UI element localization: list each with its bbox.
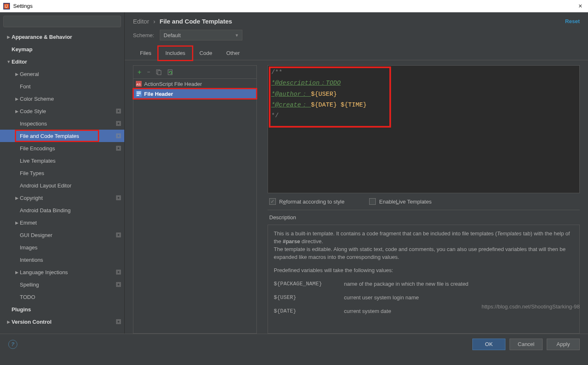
dialog-footer: ? OK Cancel Apply xyxy=(0,334,588,354)
sidebar-item-font[interactable]: Font xyxy=(0,80,124,92)
reformat-checkbox[interactable]: Reformat according to style xyxy=(269,198,344,205)
code-var: ${TIME} xyxy=(341,102,367,109)
tab-other[interactable]: Other xyxy=(219,46,247,60)
svg-rect-20 xyxy=(117,320,120,323)
sidebar-item-general[interactable]: ▶General xyxy=(0,68,124,80)
file-icon xyxy=(136,91,142,97)
apply-button[interactable]: Apply xyxy=(547,339,580,350)
sidebar-item-label: Android Data Binding xyxy=(20,207,121,213)
sidebar-item-label: General xyxy=(20,71,121,77)
chevron-right-icon: ▶ xyxy=(14,220,20,225)
sidebar-item-gui-designer[interactable]: GUI Designer xyxy=(0,229,124,241)
sidebar-item-spelling[interactable]: Spelling xyxy=(0,278,124,291)
variable-row: ${USER}current user system login name xyxy=(274,294,574,302)
include-item[interactable]: ASActionScript File Header xyxy=(133,79,256,89)
ok-button[interactable]: OK xyxy=(472,339,505,350)
refresh-icon[interactable] xyxy=(168,69,173,75)
scheme-value: Default xyxy=(164,32,180,38)
code-var: ${USER} xyxy=(311,91,337,98)
svg-rect-28 xyxy=(137,93,141,94)
sidebar-item-file-types[interactable]: File Types xyxy=(0,167,124,179)
sidebar-item-file-and-code-templates[interactable]: File and Code Templates xyxy=(0,130,124,142)
include-item-label: ActionScript File Header xyxy=(144,81,202,87)
svg-rect-10 xyxy=(117,147,120,149)
sidebar-item-appearance-behavior[interactable]: ▶Appearance & Behavior xyxy=(0,31,124,43)
svg-rect-4 xyxy=(117,110,120,112)
sidebar-item-file-encodings[interactable]: File Encodings xyxy=(0,142,124,154)
sidebar-item-todo[interactable]: TODO xyxy=(0,291,124,303)
svg-rect-22 xyxy=(158,71,161,75)
settings-tree[interactable]: ▶Appearance & BehaviorKeymap▼Editor▶Gene… xyxy=(0,31,124,334)
app-icon: IJ xyxy=(3,3,10,9)
description-heading: Description xyxy=(268,210,580,225)
sidebar-item-images[interactable]: Images xyxy=(0,241,124,254)
cancel-button[interactable]: Cancel xyxy=(510,339,543,350)
scope-icon xyxy=(116,195,121,200)
sidebar-item-copyright[interactable]: ▶Copyright xyxy=(0,192,124,204)
remove-icon[interactable]: − xyxy=(147,69,150,75)
sidebar-item-android-data-binding[interactable]: Android Data Binding xyxy=(0,204,124,216)
code-text: TODO xyxy=(326,80,341,87)
enable-live-templates-checkbox[interactable]: Enable Live Templates xyxy=(369,198,432,205)
sidebar-item-label: Live Templates xyxy=(20,158,121,164)
variable-row: ${PACKAGE_NAME}name of the package in wh… xyxy=(274,280,574,288)
sidebar-item-label: Language Injections xyxy=(20,269,114,275)
sidebar-item-label: Spelling xyxy=(20,282,114,288)
variable-desc: current system date xyxy=(344,308,391,315)
scope-icon xyxy=(116,121,121,126)
code-var: ${DATE} xyxy=(311,102,337,109)
sidebar-item-label: File Types xyxy=(20,170,121,176)
code-text: /** xyxy=(271,69,282,76)
scope-icon xyxy=(116,270,121,275)
sidebar-item-label: Editor xyxy=(12,59,121,65)
breadcrumb-leaf: File and Code Templates xyxy=(160,18,232,25)
includes-list[interactable]: ASActionScript File HeaderFile Header xyxy=(133,79,256,333)
main-panel: Editor › File and Code Templates Reset S… xyxy=(125,12,588,334)
copy-icon[interactable] xyxy=(156,69,162,75)
settings-sidebar: 🔍 ▶Appearance & BehaviorKeymap▼Editor▶Ge… xyxy=(0,12,125,334)
splitter[interactable] xyxy=(261,65,263,334)
template-editor[interactable]: /** *@description：TODO *@author： ${USER}… xyxy=(268,65,580,193)
sidebar-item-live-templates[interactable]: Live Templates xyxy=(0,154,124,167)
include-item[interactable]: File Header xyxy=(133,89,256,99)
includes-panel: + − ASActionScript File HeaderFile Heade… xyxy=(133,65,257,334)
tab-code[interactable]: Code xyxy=(192,46,219,60)
sidebar-item-inspections[interactable]: Inspections xyxy=(0,117,124,130)
chevron-right-icon: ▶ xyxy=(6,320,12,324)
tab-includes[interactable]: Includes xyxy=(158,46,192,60)
file-icon: AS xyxy=(136,81,142,87)
variable-row: ${DATE}current system date xyxy=(274,308,574,315)
chevron-right-icon: ▶ xyxy=(14,72,20,76)
scope-icon xyxy=(116,146,121,151)
reset-link[interactable]: Reset xyxy=(565,18,580,24)
sidebar-item-label: TODO xyxy=(20,294,121,300)
help-button[interactable]: ? xyxy=(8,340,17,349)
svg-rect-8 xyxy=(117,135,120,137)
sidebar-item-code-style[interactable]: ▶Code Style xyxy=(0,105,124,117)
sidebar-item-version-control[interactable]: ▶Version Control xyxy=(0,315,124,328)
checkbox-icon xyxy=(369,198,376,205)
code-text: *@description： xyxy=(271,80,326,87)
svg-rect-6 xyxy=(117,122,120,125)
sidebar-item-android-layout-editor[interactable]: Android Layout Editor xyxy=(0,179,124,192)
description-box: This is a built-in template. It contains… xyxy=(268,225,580,334)
sidebar-item-label: File Encodings xyxy=(20,145,114,152)
svg-rect-18 xyxy=(117,283,120,286)
sidebar-item-color-scheme[interactable]: ▶Color Scheme xyxy=(0,92,124,105)
includes-toolbar: + − xyxy=(133,66,256,79)
scheme-select[interactable]: Default ▼ xyxy=(160,30,242,40)
sidebar-item-intentions[interactable]: Intentions xyxy=(0,254,124,266)
tab-files[interactable]: Files xyxy=(133,46,158,60)
breadcrumb-root[interactable]: Editor xyxy=(133,18,149,25)
sidebar-item-emmet[interactable]: ▶Emmet xyxy=(0,216,124,229)
scheme-label: Scheme: xyxy=(133,32,154,38)
variable-key: ${DATE} xyxy=(274,308,344,315)
window-close-button[interactable]: × xyxy=(576,2,585,10)
settings-search-input[interactable] xyxy=(3,16,121,27)
sidebar-item-plugins[interactable]: Plugins xyxy=(0,303,124,315)
sidebar-item-language-injections[interactable]: ▶Language Injections xyxy=(0,266,124,278)
sidebar-item-keymap[interactable]: Keymap xyxy=(0,43,124,55)
sidebar-item-editor[interactable]: ▼Editor xyxy=(0,55,124,68)
add-icon[interactable]: + xyxy=(138,69,141,76)
svg-text:AS: AS xyxy=(136,83,141,86)
